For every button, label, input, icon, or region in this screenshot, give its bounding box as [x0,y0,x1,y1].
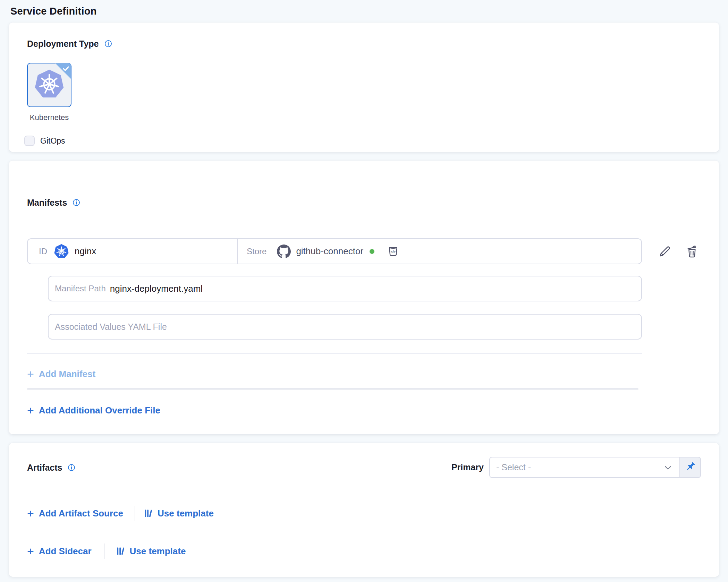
manifests-heading: Manifests [27,197,67,208]
service-definition-page: Service Definition Deployment Type [0,0,728,582]
vertical-separator [135,506,135,521]
primary-artifact-select[interactable]: - Select - [489,457,680,478]
manifest-summary[interactable]: ID [27,238,642,264]
pin-button[interactable] [680,457,701,478]
add-manifest-button[interactable]: + Add Manifest [27,369,95,379]
artifacts-card: Artifacts Primary - Select - [9,443,719,577]
artifact-source-row: + Add Artifact Source Use template [27,506,719,521]
deployment-type-tile-kubernetes[interactable] [27,63,71,107]
plus-icon: + [27,405,34,415]
manifests-heading-row: Manifests [27,197,719,208]
info-icon[interactable] [104,40,112,48]
gitops-label: GitOps [40,136,65,146]
code-store-icon[interactable]: </> [387,245,399,258]
section-divider [27,388,638,390]
add-override-label: Add Additional Override File [39,405,160,416]
connector-status-dot [370,249,374,254]
manifest-path-value: nginx-deployment.yaml [110,283,203,294]
manifest-id-segment: ID [28,239,238,264]
manifest-path-field[interactable]: Manifest Path nginx-deployment.yaml [48,276,642,301]
vertical-separator [104,544,104,559]
template-library-icon [116,546,126,556]
use-template-sidecar-button[interactable]: Use template [116,546,186,556]
info-icon[interactable] [68,464,75,471]
add-override-file-button[interactable]: + Add Additional Override File [27,405,160,416]
add-manifest-label: Add Manifest [39,369,95,379]
chevron-down-icon [663,462,673,473]
primary-label: Primary [451,462,484,472]
page-title: Service Definition [0,0,728,17]
primary-select-placeholder: - Select - [496,462,531,472]
manifest-list-separator [27,353,642,354]
values-yaml-placeholder: Associated Values YAML File [55,322,167,332]
gitops-checkbox[interactable] [24,136,35,146]
add-artifact-source-label: Add Artifact Source [39,508,123,519]
delete-manifest-button[interactable] [685,245,699,258]
plus-icon: + [27,369,34,379]
svg-text:</>: </> [391,249,396,253]
kubernetes-logo-icon [33,68,65,102]
manifest-actions [658,245,699,258]
use-template-label: Use template [158,508,214,519]
template-library-icon [144,508,153,518]
deployment-type-tile-label: Kubernetes [26,113,72,122]
gitops-row: GitOps [24,136,719,146]
github-icon [277,245,291,258]
id-label: ID [39,247,47,256]
info-icon[interactable] [73,199,80,206]
add-artifact-source-button[interactable]: + Add Artifact Source [27,508,123,519]
sidecar-row: + Add Sidecar Use template [27,543,719,559]
manifest-row: ID [27,238,701,264]
manifest-id-value: nginx [75,246,96,257]
pushpin-icon [684,461,696,474]
kubernetes-manifest-icon [53,243,69,259]
manifests-card: Manifests ID [9,161,719,434]
artifacts-heading: Artifacts [27,462,62,473]
values-yaml-field[interactable]: Associated Values YAML File [48,314,642,340]
manifest-store-value: github-connector [296,246,363,257]
artifacts-heading-row: Artifacts [27,462,75,473]
use-template-label: Use template [130,546,186,556]
deployment-type-heading-row: Deployment Type [27,38,719,49]
store-label: Store [247,247,266,256]
primary-artifact-group: Primary - Select - [451,457,701,478]
manifest-path-label: Manifest Path [55,284,106,293]
deployment-type-card: Deployment Type [9,23,719,152]
plus-icon: + [27,508,34,518]
manifest-store-segment: Store github-connector </> [238,239,641,264]
plus-icon: + [27,546,34,556]
use-template-artifact-button[interactable]: Use template [144,508,214,519]
artifacts-header: Artifacts Primary - Select - [27,457,701,478]
add-sidecar-label: Add Sidecar [39,546,92,556]
add-sidecar-button[interactable]: + Add Sidecar [27,546,92,556]
deployment-type-heading: Deployment Type [27,38,99,49]
edit-manifest-button[interactable] [658,245,672,258]
